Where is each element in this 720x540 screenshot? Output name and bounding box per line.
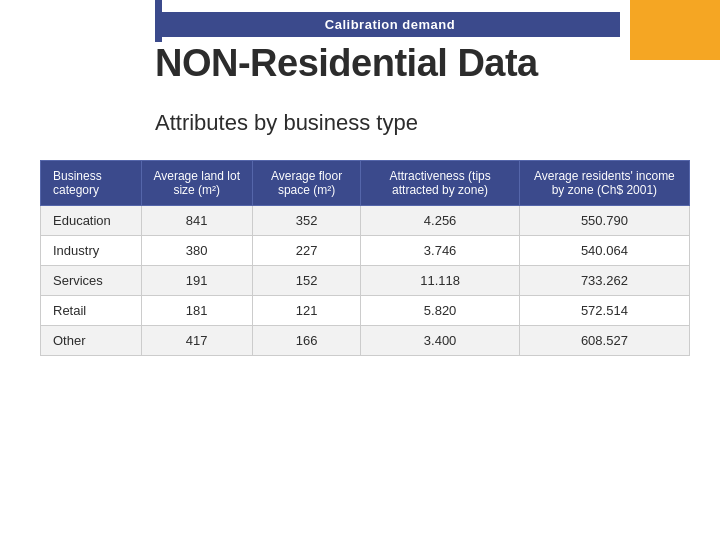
cell-income: 608.527	[519, 326, 689, 356]
table-row: Education8413524.256550.790	[41, 206, 690, 236]
cell-land_lot: 181	[141, 296, 252, 326]
cell-income: 572.514	[519, 296, 689, 326]
cell-category: Services	[41, 266, 142, 296]
cell-land_lot: 841	[141, 206, 252, 236]
cell-attractiveness: 4.256	[361, 206, 519, 236]
cell-category: Industry	[41, 236, 142, 266]
table-header-row: Business category Average land lot size …	[41, 161, 690, 206]
cell-land_lot: 417	[141, 326, 252, 356]
cell-attractiveness: 11.118	[361, 266, 519, 296]
cell-floor_space: 152	[252, 266, 361, 296]
data-table-container: Business category Average land lot size …	[40, 160, 690, 356]
cell-attractiveness: 3.400	[361, 326, 519, 356]
cell-land_lot: 191	[141, 266, 252, 296]
cell-floor_space: 227	[252, 236, 361, 266]
cell-income: 540.064	[519, 236, 689, 266]
table-row: Retail1811215.820572.514	[41, 296, 690, 326]
cell-land_lot: 380	[141, 236, 252, 266]
page-title: NON-Residential Data	[155, 42, 538, 85]
cell-attractiveness: 5.820	[361, 296, 519, 326]
attributes-table: Business category Average land lot size …	[40, 160, 690, 356]
title-bar: Calibration demand	[160, 12, 620, 37]
cell-income: 550.790	[519, 206, 689, 236]
table-row: Services19115211.118733.262	[41, 266, 690, 296]
table-row: Industry3802273.746540.064	[41, 236, 690, 266]
cell-income: 733.262	[519, 266, 689, 296]
cell-floor_space: 166	[252, 326, 361, 356]
orange-accent-decoration	[630, 0, 720, 60]
cell-attractiveness: 3.746	[361, 236, 519, 266]
col-header-land-lot: Average land lot size (m²)	[141, 161, 252, 206]
page-subtitle: Attributes by business type	[155, 110, 418, 136]
col-header-attractiveness: Attractiveness (tips attracted by zone)	[361, 161, 519, 206]
col-header-category: Business category	[41, 161, 142, 206]
cell-floor_space: 352	[252, 206, 361, 236]
col-header-income: Average residents' income by zone (Ch$ 2…	[519, 161, 689, 206]
cell-category: Retail	[41, 296, 142, 326]
cell-category: Other	[41, 326, 142, 356]
table-row: Other4171663.400608.527	[41, 326, 690, 356]
cell-floor_space: 121	[252, 296, 361, 326]
cell-category: Education	[41, 206, 142, 236]
col-header-floor-space: Average floor space (m²)	[252, 161, 361, 206]
